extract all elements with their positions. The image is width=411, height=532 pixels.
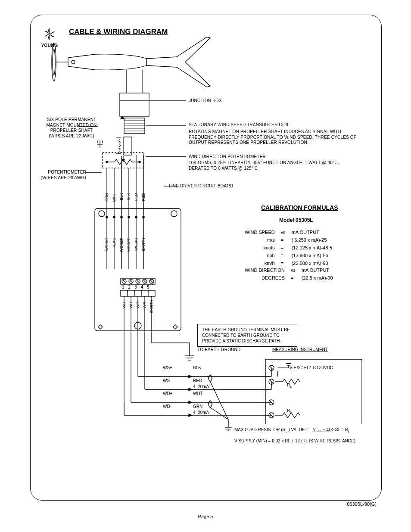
table-row: WIND DIRECTIONvsmA OUTPUT	[242, 267, 336, 274]
signal-label: WDREF	[119, 238, 124, 252]
measuring-instrument-label: MEASURING INSTRUMENT	[272, 347, 328, 352]
magnet-note: SIX POLE PERMANENT MAGNET MOUNTED ON PRO…	[41, 117, 102, 139]
svg-point-4	[72, 60, 75, 64]
document-id: 05305L-90(G)	[347, 501, 377, 507]
current-range: 4–20mA	[193, 384, 209, 389]
calibration-dir-table: WIND DIRECTIONvsmA OUTPUT DEGREES=(22.5 …	[241, 266, 336, 283]
table-row: DEGREES=(22.5 x mA)-90	[242, 275, 336, 282]
output-tag: WS+	[163, 365, 172, 370]
vexc-label: V EXC +12 TO 30VDC	[290, 365, 333, 370]
table-row: mph=(13.980 x mA)-56	[242, 252, 335, 259]
vsupply-formula: V SUPPLY (MIN) = 0.02 x RL + 12 (RL IS W…	[234, 439, 355, 443]
coil-title: STATIONARY WIND SPEED TRANSDUCER COIL:	[189, 122, 291, 128]
terminal-label: WS+	[136, 300, 140, 308]
coil-body: ROTATING MAGNET ON PROPELLER SHAFT INDUC…	[189, 129, 361, 146]
max-load-formula: MAX LOAD RESISTOR (RL ) VALUE = VEXC – 1…	[234, 427, 350, 433]
earth-ground-note: THE EARTH GROUND TERMINAL MUST BE CONNEC…	[197, 324, 297, 347]
svg-point-25	[106, 161, 108, 163]
output-color: RED	[193, 378, 202, 383]
calibration-model: Model 05305L	[279, 217, 313, 223]
calibration-speed-table: WIND SPEEDvsmA OUTPUT m/s=( 6.250 x mA)-…	[241, 228, 336, 268]
signal-label: EXC	[112, 238, 116, 246]
page-number: Page 5	[0, 514, 411, 519]
svg-line-62	[137, 280, 139, 283]
svg-rect-7	[120, 93, 149, 116]
dir-pot-spec: 10K OHMS, 0.25% LINEARITY, 355° FUNCTION…	[189, 160, 361, 171]
terminal-numbers: 12345	[122, 285, 153, 289]
svg-line-66	[150, 280, 153, 283]
output-color: WHT	[193, 391, 203, 396]
terminal-label: WD+	[122, 300, 126, 308]
to-earth-label: TO EARTH GROUND	[197, 347, 240, 353]
wire-color: GRN	[105, 193, 109, 202]
line-driver-label: LINE DRIVER CIRCUIT BOARD	[169, 184, 233, 189]
table-row: m/s=( 6.250 x mA)-25	[242, 237, 335, 244]
table-row: knots=(12.125 x mA)-48.5	[242, 245, 335, 252]
wire-color: WHT	[112, 193, 116, 202]
svg-point-54	[171, 211, 177, 217]
signal-label: WDSIG	[105, 238, 109, 251]
potentiometer-note: POTENTIOMETER (WIRES ARE 28 AWG)	[34, 170, 86, 180]
current-range: 4–20mA	[193, 410, 209, 415]
wire-color: RED	[141, 193, 146, 201]
terminal-label: EARTH	[149, 300, 154, 313]
terminal-label: WS–	[143, 300, 147, 308]
output-color: GRN	[193, 404, 202, 409]
junction-box-label: JUNCTION BOX	[189, 98, 222, 104]
signal-label: WSSIG	[134, 238, 138, 251]
svg-point-26	[139, 161, 140, 163]
svg-rect-67	[121, 290, 155, 296]
terminal-label: WD–	[129, 300, 133, 308]
calibration-title: CALIBRATION FORMULAS	[261, 204, 338, 211]
output-color: BLK	[193, 365, 201, 370]
svg-point-2	[53, 49, 55, 75]
output-tag: WD+	[163, 391, 173, 396]
rl-label: RL	[287, 383, 292, 388]
signal-label: EARTH	[141, 238, 146, 251]
svg-line-64	[143, 280, 146, 283]
svg-line-58	[123, 280, 125, 283]
output-tag: WS–	[163, 378, 172, 383]
signal-label: WSREF	[127, 238, 131, 252]
wire-color: BLK	[119, 193, 124, 200]
wire-color: RED	[134, 193, 138, 201]
table-row: WIND SPEEDvsmA OUTPUT	[242, 229, 335, 236]
wire-color: BLK	[127, 193, 131, 200]
svg-line-112	[210, 382, 228, 420]
svg-line-60	[130, 280, 132, 283]
output-tag: WD–	[163, 404, 172, 409]
dir-pot-label: WIND DIRECTION POTENTIOMETER	[189, 154, 266, 160]
svg-point-53	[99, 211, 105, 217]
rl-label: RL	[287, 408, 292, 414]
